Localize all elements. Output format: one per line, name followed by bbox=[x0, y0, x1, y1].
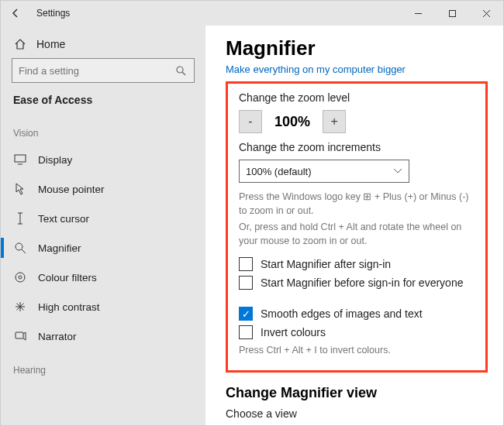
sidebar-item-display[interactable]: Display bbox=[12, 145, 195, 174]
page-title: Magnifier bbox=[226, 36, 488, 60]
sidebar-home[interactable]: Home bbox=[12, 33, 195, 58]
magnifier-icon bbox=[13, 242, 27, 254]
sidebar-item-label: Mouse pointer bbox=[38, 184, 105, 195]
close-button[interactable] bbox=[469, 1, 503, 26]
search-input[interactable] bbox=[19, 65, 175, 77]
checkbox-invert-colours[interactable]: Invert colours bbox=[239, 325, 473, 339]
sidebar-item-colour-filters[interactable]: Colour filters bbox=[12, 263, 195, 292]
checkbox-smooth-edges[interactable]: ✓ Smooth edges of images and text bbox=[239, 307, 473, 321]
sidebar-item-label: Magnifier bbox=[38, 242, 81, 254]
choose-view-label: Choose a view bbox=[226, 407, 488, 420]
colour-filters-icon bbox=[13, 271, 27, 283]
sidebar-item-magnifier[interactable]: Magnifier bbox=[12, 233, 195, 263]
svg-point-8 bbox=[16, 273, 25, 282]
checkbox-label: Invert colours bbox=[261, 326, 326, 338]
checkbox-start-before-signin[interactable]: Start Magnifier before sign-in for every… bbox=[239, 276, 473, 290]
svg-point-2 bbox=[177, 67, 183, 73]
sidebar-item-mouse-pointer[interactable]: Mouse pointer bbox=[12, 174, 195, 204]
zoom-increments-value: 100% (default) bbox=[246, 166, 312, 177]
minimize-button[interactable] bbox=[401, 1, 435, 26]
highlight-box: Change the zoom level - 100% + Change th… bbox=[226, 81, 488, 373]
window-title: Settings bbox=[36, 8, 70, 19]
svg-line-7 bbox=[22, 249, 26, 253]
maximize-button[interactable] bbox=[435, 1, 469, 26]
zoom-in-button[interactable]: + bbox=[323, 110, 346, 133]
sidebar-home-label: Home bbox=[36, 38, 65, 50]
checkbox-icon bbox=[239, 276, 253, 290]
sidebar-section-vision: Vision bbox=[13, 128, 195, 139]
invert-hint: Press Ctrl + Alt + I to invert colours. bbox=[239, 344, 473, 358]
sidebar-item-high-contrast[interactable]: High contrast bbox=[12, 292, 195, 321]
search-box[interactable] bbox=[12, 58, 195, 83]
content-pane: Magnifier Make everything on my computer… bbox=[205, 26, 503, 425]
sidebar-item-narrator[interactable]: Narrator bbox=[12, 321, 195, 351]
chevron-down-icon bbox=[393, 168, 402, 174]
zoom-increments-label: Change the zoom increments bbox=[239, 141, 473, 153]
make-bigger-link[interactable]: Make everything on my computer bigger bbox=[226, 64, 488, 75]
zoom-increments-dropdown[interactable]: 100% (default) bbox=[239, 160, 409, 183]
sidebar-item-text-cursor[interactable]: Text cursor bbox=[12, 204, 195, 233]
svg-point-6 bbox=[16, 243, 22, 250]
sidebar-item-label: High contrast bbox=[38, 301, 100, 313]
zoom-hint-1: Press the Windows logo key ⊞ + Plus (+) … bbox=[239, 191, 473, 218]
svg-rect-10 bbox=[16, 332, 23, 338]
zoom-level-value: 100% bbox=[267, 114, 318, 130]
checkbox-start-after-signin[interactable]: Start Magnifier after sign-in bbox=[239, 257, 473, 271]
zoom-level-label: Change the zoom level bbox=[239, 91, 473, 104]
search-icon bbox=[175, 65, 188, 76]
checkbox-label: Smooth edges of images and text bbox=[261, 307, 423, 320]
svg-point-9 bbox=[19, 276, 22, 279]
mouse-pointer-icon bbox=[13, 183, 27, 195]
back-button[interactable] bbox=[10, 8, 26, 19]
checkbox-label: Start Magnifier after sign-in bbox=[261, 258, 391, 270]
svg-rect-1 bbox=[449, 10, 455, 16]
narrator-icon bbox=[13, 330, 27, 342]
sidebar-item-label: Narrator bbox=[38, 331, 77, 342]
text-cursor-icon bbox=[13, 212, 27, 225]
sidebar-item-label: Display bbox=[38, 154, 72, 166]
checkbox-icon-checked: ✓ bbox=[239, 307, 253, 321]
svg-line-3 bbox=[182, 72, 185, 75]
change-view-heading: Change Magnifier view bbox=[226, 385, 488, 401]
zoom-out-button[interactable]: - bbox=[239, 110, 262, 133]
zoom-hint-2: Or, press and hold Ctrl + Alt and rotate… bbox=[239, 221, 473, 248]
checkbox-icon bbox=[239, 325, 253, 339]
home-icon bbox=[13, 38, 27, 50]
sidebar-category: Ease of Access bbox=[12, 94, 195, 106]
titlebar: Settings bbox=[1, 1, 503, 26]
sidebar: Home Ease of Access Vision Display Mouse… bbox=[1, 26, 205, 425]
display-icon bbox=[13, 154, 27, 165]
sidebar-item-label: Colour filters bbox=[38, 272, 97, 283]
checkbox-label: Start Magnifier before sign-in for every… bbox=[261, 277, 463, 289]
sidebar-section-hearing: Hearing bbox=[13, 365, 195, 376]
checkbox-icon bbox=[239, 257, 253, 271]
high-contrast-icon bbox=[13, 301, 27, 313]
sidebar-item-label: Text cursor bbox=[38, 213, 89, 225]
svg-rect-4 bbox=[15, 155, 26, 162]
